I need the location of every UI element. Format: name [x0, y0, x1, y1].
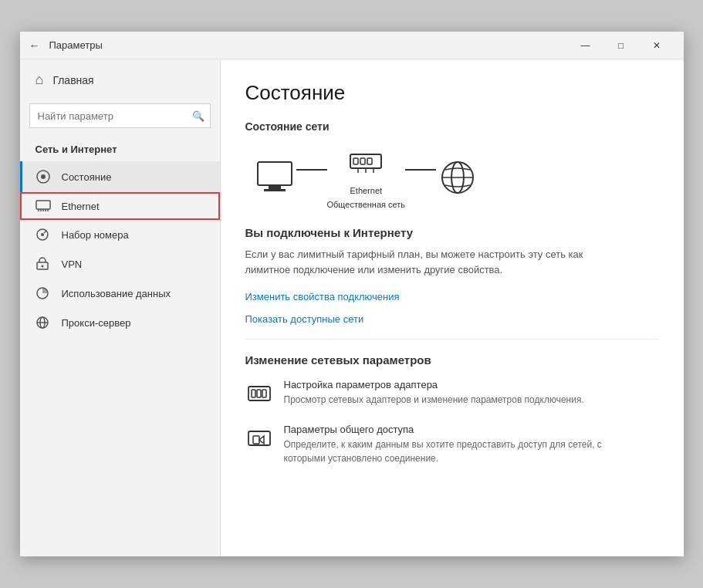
svg-point-9: [41, 233, 44, 236]
ethernet-node-label: Ethernet: [350, 185, 382, 196]
status-icon: [35, 169, 51, 184]
ethernet-icon: [35, 200, 51, 212]
svg-rect-21: [353, 158, 358, 164]
sidebar-item-status[interactable]: Состояние: [20, 161, 220, 192]
sidebar-item-ethernet[interactable]: Ethernet: [20, 192, 220, 220]
svg-rect-2: [36, 201, 50, 209]
adapter-settings-item[interactable]: Настройка параметров адаптера Просмотр с…: [245, 379, 659, 408]
svg-point-12: [41, 265, 43, 268]
svg-rect-17: [258, 162, 292, 185]
globe-icon: [436, 159, 479, 196]
change-section-title: Изменение сетевых параметров: [245, 353, 659, 367]
sidebar-item-label-status: Состояние: [62, 171, 112, 183]
main-content: Состояние Состояние сети: [221, 59, 684, 556]
line1: [296, 169, 327, 171]
adapter-icon: [245, 380, 273, 408]
adapter-desc: Просмотр сетевых адаптеров и изменение п…: [284, 393, 584, 407]
sharing-desc: Определите, к каким данным вы хотите пре…: [284, 438, 624, 465]
sharing-title: Параметры общего доступа: [284, 424, 624, 435]
sharing-settings-item[interactable]: Параметры общего доступа Определите, к к…: [245, 424, 659, 465]
settings-window: ← Параметры — □ ✕ ⌂ Главная 🔍 Сеть и Инт…: [20, 32, 684, 556]
sharing-content: Параметры общего доступа Определите, к к…: [284, 424, 624, 465]
sidebar-section-label: Сеть и Интернет: [20, 137, 220, 161]
window-title: Параметры: [49, 39, 103, 51]
connected-title: Вы подключены к Интернету: [245, 226, 659, 239]
sidebar: ⌂ Главная 🔍 Сеть и Интернет Состояние: [20, 59, 221, 556]
sidebar-item-data[interactable]: Использование данных: [20, 279, 220, 308]
svg-rect-22: [360, 158, 365, 164]
svg-point-1: [41, 174, 46, 179]
network-diagram: Ethernet Общественная сеть: [245, 145, 659, 211]
sidebar-home-label: Главная: [52, 74, 93, 86]
svg-line-10: [44, 231, 46, 233]
minimize-button[interactable]: —: [568, 32, 603, 59]
dial-icon: [35, 228, 51, 242]
adapter-content: Настройка параметров адаптера Просмотр с…: [284, 379, 584, 407]
divider: [245, 339, 659, 340]
pc-icon: [253, 159, 296, 196]
change-properties-link[interactable]: Изменить свойства подключения: [245, 291, 659, 302]
svg-rect-23: [367, 158, 372, 164]
data-usage-icon: [35, 286, 51, 300]
sharing-icon: [245, 425, 273, 453]
sidebar-item-label-vpn: VPN: [62, 259, 83, 270]
content-area: ⌂ Главная 🔍 Сеть и Интернет Состояние: [20, 59, 684, 556]
titlebar: ← Параметры — □ ✕: [20, 32, 684, 59]
ethernet-node-sublabel: Общественная сеть: [327, 199, 406, 210]
sidebar-item-dial[interactable]: Набор номера: [20, 220, 220, 249]
maximize-button[interactable]: □: [603, 32, 639, 59]
page-title: Состояние: [245, 81, 659, 105]
pc-node: [253, 159, 296, 196]
network-status-title: Состояние сети: [245, 120, 659, 133]
router-icon: [344, 145, 387, 182]
sidebar-item-proxy[interactable]: Прокси-сервер: [20, 308, 220, 337]
svg-rect-18: [269, 185, 281, 189]
svg-rect-20: [350, 154, 381, 168]
svg-rect-31: [252, 390, 255, 397]
sidebar-item-label-ethernet: Ethernet: [62, 201, 100, 212]
show-available-networks-link[interactable]: Показать доступные сети: [245, 313, 659, 325]
sidebar-search-container: 🔍: [29, 103, 211, 128]
ethernet-node: Ethernet Общественная сеть: [327, 145, 406, 211]
window-controls: — □ ✕: [568, 32, 674, 59]
sidebar-item-label-data: Использование данных: [62, 288, 171, 299]
sidebar-item-home[interactable]: ⌂ Главная: [20, 59, 220, 100]
search-icon: 🔍: [192, 110, 204, 122]
svg-rect-33: [262, 390, 266, 397]
close-button[interactable]: ✕: [639, 32, 674, 59]
info-text: Если у вас лимитный тарифный план, вы мо…: [245, 247, 616, 279]
internet-node: [436, 159, 479, 196]
line2: [405, 169, 436, 171]
proxy-icon: [35, 316, 51, 329]
vpn-icon: [35, 257, 51, 271]
adapter-title: Настройка параметров адаптера: [284, 379, 584, 390]
svg-rect-32: [257, 390, 261, 397]
sidebar-item-label-dial: Набор номера: [62, 229, 129, 241]
search-input[interactable]: [29, 103, 211, 128]
sidebar-item-vpn[interactable]: VPN: [20, 249, 220, 279]
sidebar-item-label-proxy: Прокси-сервер: [62, 317, 131, 329]
svg-rect-19: [264, 189, 286, 191]
home-icon: ⌂: [35, 72, 44, 88]
svg-rect-35: [253, 436, 259, 444]
back-button[interactable]: ←: [29, 39, 40, 52]
